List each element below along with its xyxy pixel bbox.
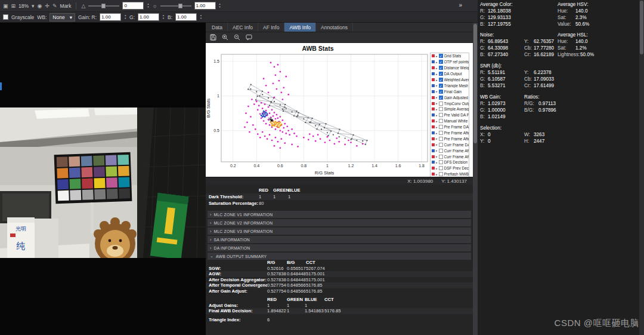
collapse-toolbar-button[interactable]: » bbox=[459, 2, 462, 8]
section-sa-information[interactable]: ›SA INFORMATION bbox=[208, 236, 471, 243]
legend-item-grid-stats[interactable]: ▸✓Grid Stats bbox=[431, 53, 469, 59]
legend-item-pre-frame-da-o[interactable]: ▸Pre Frame DA O bbox=[431, 124, 469, 130]
gain-b-input[interactable] bbox=[175, 13, 197, 21]
legend-expand-icon[interactable]: ▸ bbox=[436, 107, 438, 111]
zoom-in-icon[interactable] bbox=[222, 34, 228, 41]
legend-item-da-output[interactable]: ▸✓DA Output bbox=[431, 71, 469, 77]
legend-expand-icon[interactable]: ▸ bbox=[436, 143, 438, 146]
legend-checkbox[interactable] bbox=[439, 160, 443, 164]
section-awb-output-summary[interactable]: ⌄ AWB OUTPUT SUMMARY bbox=[208, 253, 471, 260]
brightness-slider[interactable] bbox=[160, 3, 191, 9]
legend-checkbox[interactable]: ✓ bbox=[439, 84, 443, 88]
legend-item-tmpconv-outp[interactable]: ▸TmpConv Outp bbox=[431, 100, 469, 106]
legend-checkbox[interactable] bbox=[439, 155, 443, 159]
legend-expand-icon[interactable]: ▸ bbox=[436, 119, 438, 123]
legend-expand-icon[interactable]: ▸ bbox=[436, 173, 438, 176]
legend-checkbox[interactable]: ✓ bbox=[439, 90, 443, 94]
eye-icon[interactable]: ◉ bbox=[38, 3, 42, 9]
legend-expand-icon[interactable]: ▸ bbox=[436, 167, 438, 170]
legend-expand-icon[interactable]: ▸ bbox=[436, 90, 438, 93]
legend-expand-icon[interactable]: ▸ bbox=[436, 60, 438, 64]
legend-checkbox[interactable]: ✓ bbox=[439, 54, 443, 58]
section-mlc-zone-v2-information[interactable]: ›MLC ZONE V2 INFORMATION bbox=[208, 219, 471, 226]
crosshair-icon[interactable]: ✛ bbox=[45, 3, 49, 9]
legend-checkbox[interactable] bbox=[439, 131, 443, 135]
legend-checkbox[interactable] bbox=[439, 143, 443, 147]
zoom-percent-label[interactable]: 18% bbox=[18, 3, 29, 9]
grayscale-checkbox[interactable] bbox=[3, 14, 8, 20]
legend-checkbox[interactable] bbox=[439, 102, 443, 106]
legend-checkbox[interactable] bbox=[439, 107, 443, 111]
legend-item-curr-frame-afte[interactable]: ▸Curr Frame Afte bbox=[431, 153, 469, 159]
legend-expand-icon[interactable]: ▸ bbox=[436, 125, 438, 129]
scrollbar-thumb[interactable] bbox=[473, 24, 477, 143]
gamma-spinner[interactable]: ▲▼ bbox=[147, 3, 149, 8]
legend-item-final-gain[interactable]: ▸✓Final Gain bbox=[431, 88, 469, 94]
legend-checkbox[interactable] bbox=[439, 125, 443, 129]
legend-item-pre-valid-da-po[interactable]: ▸Pre Valid DA Po bbox=[431, 112, 469, 118]
legend-checkbox[interactable] bbox=[439, 113, 443, 117]
legend-checkbox[interactable]: ✓ bbox=[439, 78, 443, 82]
legend-item-dfs-decision[interactable]: ▸DFS Decision bbox=[431, 159, 469, 165]
gain-r-spinner[interactable]: ▲▼ bbox=[124, 14, 126, 20]
legend-checkbox[interactable]: ✓ bbox=[439, 60, 443, 64]
gain-g-spinner[interactable]: ▲▼ bbox=[162, 14, 165, 20]
legend-expand-icon[interactable]: ▸ bbox=[436, 137, 438, 140]
tab-data[interactable]: Data bbox=[207, 23, 228, 32]
tab-annotations[interactable]: Annotations bbox=[316, 23, 353, 32]
legend-expand-icon[interactable]: ▸ bbox=[436, 78, 438, 82]
legend-expand-icon[interactable]: ▸ bbox=[436, 155, 438, 158]
tab-awb-info[interactable]: AWB Info bbox=[284, 23, 316, 32]
section-mlc-zone-v1-information[interactable]: ›MLC ZONE V1 INFORMATION bbox=[208, 211, 471, 218]
section-da-information[interactable]: ›DA INFORMATION bbox=[208, 244, 471, 251]
legend-checkbox[interactable]: ✓ bbox=[439, 66, 443, 70]
legend-expand-icon[interactable]: ▸ bbox=[436, 102, 438, 105]
legend-expand-icon[interactable]: ▸ bbox=[436, 72, 438, 76]
legend-item-curr-frame-afte[interactable]: ▸Curr Frame Afte bbox=[431, 147, 469, 153]
legend-item-triangle-mesh[interactable]: ▸✓Triangle Mesh bbox=[431, 82, 469, 88]
legend-item-simple-average[interactable]: ▸Simple Average bbox=[431, 106, 469, 112]
section-mlc-zone-v3-information[interactable]: ›MLC ZONE V3 INFORMATION bbox=[208, 228, 471, 235]
legend-item-distance-weight[interactable]: ▸✓Distance Weight bbox=[431, 65, 469, 71]
annotation-icon[interactable] bbox=[246, 34, 252, 41]
legend-item-otp-ref-points[interactable]: ▸✓OTP ref points bbox=[431, 59, 469, 65]
grid-icon[interactable]: ⊞ bbox=[11, 3, 16, 9]
brightness-spinner[interactable]: ▲▼ bbox=[219, 3, 221, 8]
awb-chart-svg[interactable]: 0.20.40.60.811.21.41.61.80.511.5R/G Stat… bbox=[206, 52, 430, 176]
zoom-out-icon[interactable] bbox=[234, 34, 240, 41]
mark-label[interactable]: Mark bbox=[60, 3, 72, 9]
right-scrollbar[interactable] bbox=[639, 0, 644, 335]
legend-expand-icon[interactable]: ▸ bbox=[436, 54, 438, 58]
legend-expand-icon[interactable]: ▸ bbox=[436, 84, 438, 87]
legend-checkbox[interactable] bbox=[439, 166, 443, 170]
legend-item-curr-frame-da[interactable]: ▸Curr Frame DA bbox=[431, 142, 469, 147]
scrollbar-thumb[interactable] bbox=[640, 1, 643, 54]
legend-item-pre-frame-after[interactable]: ▸Pre Frame After bbox=[431, 130, 469, 136]
legend-checkbox[interactable] bbox=[439, 172, 443, 176]
image-icon[interactable]: ▣ bbox=[3, 3, 8, 9]
gamma-slider[interactable] bbox=[88, 3, 119, 9]
legend-checkbox[interactable] bbox=[439, 137, 443, 141]
legend-expand-icon[interactable]: ▸ bbox=[436, 131, 438, 135]
tab-aec-info[interactable]: AEC Info bbox=[228, 23, 258, 32]
legend-checkbox[interactable] bbox=[439, 149, 443, 153]
legend-expand-icon[interactable]: ▸ bbox=[436, 96, 438, 99]
gain-r-input[interactable] bbox=[100, 13, 121, 21]
legend-checkbox[interactable] bbox=[439, 119, 443, 123]
save-icon[interactable] bbox=[210, 34, 216, 41]
legend-item-pre-frame-after[interactable]: ▸Pre Frame After bbox=[431, 136, 469, 142]
legend-item-gain-adjusted-f[interactable]: ▸✓Gain Adjusted F bbox=[431, 94, 469, 100]
gain-b-spinner[interactable]: ▲▼ bbox=[200, 14, 202, 20]
gamma-input[interactable] bbox=[122, 2, 144, 10]
zoom-caret-icon[interactable]: ▾ bbox=[32, 3, 35, 9]
legend-item-manual-white-b[interactable]: ▸Manual White B bbox=[431, 118, 469, 124]
legend-expand-icon[interactable]: ▸ bbox=[436, 149, 438, 152]
middle-scrollbar[interactable] bbox=[473, 23, 478, 335]
gain-g-input[interactable] bbox=[138, 13, 159, 21]
legend-checkbox[interactable]: ✓ bbox=[439, 72, 443, 76]
tab-af-info[interactable]: AF Info bbox=[258, 23, 284, 32]
mark-icon[interactable]: ✎ bbox=[52, 3, 57, 9]
brightness-input[interactable] bbox=[194, 2, 216, 10]
legend-item-weighted-avera[interactable]: ▸✓Weighted Avera bbox=[431, 77, 469, 83]
legend-expand-icon[interactable]: ▸ bbox=[436, 161, 438, 164]
